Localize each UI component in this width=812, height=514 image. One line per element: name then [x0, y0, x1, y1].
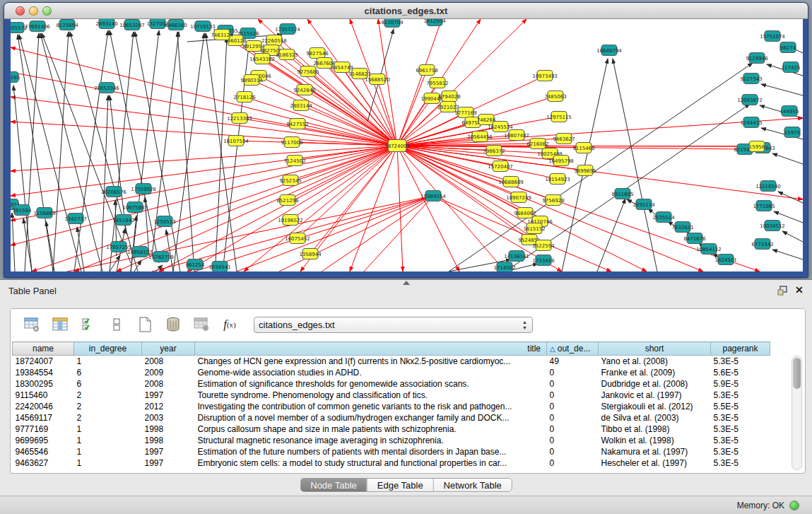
table-cell: 5.3E-5: [711, 446, 770, 457]
table-panel: Table Panel ✕: [0, 279, 812, 514]
column-visibility-icon[interactable]: [52, 316, 69, 333]
table-row[interactable]: 946554611997Estimation of the future num…: [13, 446, 770, 457]
svg-text:10719133: 10719133: [190, 24, 216, 30]
svg-text:8186323: 8186323: [276, 52, 298, 58]
svg-text:17357224: 17357224: [275, 27, 300, 33]
svg-text:9699695: 9699695: [574, 168, 596, 174]
svg-text:12093872: 12093872: [737, 98, 763, 103]
svg-text:22260558: 22260558: [261, 38, 287, 44]
table-scrollbar[interactable]: [792, 356, 802, 470]
column-header-out_de[interactable]: △out_de...: [547, 342, 599, 356]
svg-text:7485063: 7485063: [544, 94, 566, 100]
column-header-name[interactable]: name: [13, 342, 74, 356]
table-cell: Estimation of significance thresholds fo…: [195, 378, 547, 390]
network-canvas[interactable]: 1905572276914068125694269314010653287132…: [11, 19, 803, 271]
tab-edge-table[interactable]: Edge Table: [367, 479, 433, 491]
column-header-year[interactable]: year: [142, 342, 195, 356]
table-row[interactable]: 946362711997Embryonic stem cells: a mode…: [13, 457, 770, 469]
status-bar: Memory: OK: [0, 496, 812, 514]
table-cell: 1: [74, 457, 142, 469]
column-header-in_degree[interactable]: in_degree: [74, 342, 142, 356]
table-selector-dropdown[interactable]: citations_edges.txt ▲▼: [254, 317, 533, 333]
column-select-icon[interactable]: [80, 316, 97, 333]
svg-text:16107554: 16107554: [223, 139, 249, 144]
table-cell: 18300295: [13, 378, 74, 390]
svg-text:1358944: 1358944: [299, 252, 322, 257]
dropdown-arrows-icon: ▲▼: [522, 320, 527, 331]
table-scrollbar-thumb[interactable]: [793, 358, 801, 389]
table-cell: Wolkin et al. (1998): [599, 435, 711, 446]
table-cell: 0: [547, 390, 599, 401]
table-row[interactable]: 1938455462009Genome-wide association stu…: [13, 367, 770, 378]
function-builder-icon[interactable]: f(x): [221, 316, 238, 333]
table-cell: Corpus callosum shape and size in male p…: [195, 424, 547, 435]
svg-text:15688520: 15688520: [365, 77, 390, 83]
svg-text:10653287: 10653287: [119, 23, 145, 28]
table-cell: 0: [547, 457, 599, 469]
tab-node-table[interactable]: Node Table: [300, 479, 367, 491]
svg-text:10807487: 10807487: [504, 133, 529, 139]
svg-text:1733426: 1733426: [532, 258, 555, 264]
column-header-short[interactable]: short: [599, 342, 711, 356]
delete-column-icon[interactable]: [165, 316, 182, 333]
svg-text:9827546: 9827546: [306, 51, 329, 57]
table-cell: Investigating the contribution of common…: [195, 401, 547, 412]
table-row[interactable]: 977716911998Corpus callosum shape and si…: [13, 424, 770, 435]
panel-resize-grip-icon[interactable]: [403, 281, 410, 285]
float-panel-icon[interactable]: [777, 286, 788, 296]
window-titlebar[interactable]: citations_edges.txt: [4, 3, 808, 19]
svg-text:12210540: 12210540: [755, 184, 781, 189]
table-cell: 0: [547, 367, 599, 378]
table-row[interactable]: 1456911722003Disruption of a novel membe…: [13, 412, 770, 424]
new-column-icon[interactable]: [136, 316, 153, 333]
svg-text:16782759: 16782759: [148, 255, 174, 260]
svg-text:1615152: 1615152: [523, 226, 545, 232]
svg-text:1250513: 1250513: [153, 219, 175, 225]
close-panel-icon[interactable]: ✕: [795, 284, 804, 296]
svg-text:19384554: 19384554: [420, 194, 446, 199]
table-cell: Stergiakouli et al. (2012): [599, 401, 711, 412]
svg-text:8471676: 8471676: [683, 236, 706, 242]
svg-text:9756928: 9756928: [542, 198, 564, 204]
table-row[interactable]: 911546021997Tourette syndrome. Phenomeno…: [13, 390, 770, 401]
table-cell: Estimation of the future numbers of pati…: [195, 446, 547, 457]
svg-text:10973493: 10973493: [532, 74, 558, 79]
table-row[interactable]: 2242004622012Investigating the contribut…: [13, 401, 770, 412]
svg-text:8911605: 8911605: [611, 192, 633, 197]
table-cell: 0: [547, 401, 599, 412]
table-cell: Tourette syndrome. Phenomenology and cla…: [195, 390, 547, 401]
column-header-title[interactable]: title: [195, 342, 547, 356]
svg-text:144955: 144955: [780, 109, 799, 115]
svg-text:18724007: 18724007: [384, 144, 410, 149]
table-toolbar: f(x) citations_edges.txt ▲▼: [11, 309, 805, 340]
svg-text:8125694: 8125694: [56, 23, 78, 28]
svg-text:391594: 391594: [13, 208, 32, 214]
svg-text:12975115: 12975115: [546, 115, 572, 120]
table-row[interactable]: 1872400712008Changes of HCN gene express…: [13, 356, 770, 367]
table-cell: 1: [74, 356, 142, 367]
table-cell: 1997: [142, 446, 195, 457]
table-cell: Genome-wide association studies in ADHD.: [195, 367, 547, 378]
svg-text:7986372: 7986372: [483, 148, 505, 154]
zoom-window-button[interactable]: [42, 6, 52, 16]
table-cell: 0: [547, 435, 599, 446]
column-header-pagerank[interactable]: pagerank: [711, 342, 770, 356]
row-mode-icon[interactable]: [108, 316, 125, 333]
table-row[interactable]: 969969511998Structural magnetic resonanc…: [13, 435, 770, 446]
close-window-button[interactable]: [16, 6, 25, 16]
table-cell: 19384554: [13, 367, 74, 378]
table-mode-icon[interactable]: [23, 316, 40, 333]
svg-text:1921027: 1921027: [437, 105, 459, 110]
svg-text:9242846: 9242846: [293, 88, 316, 93]
table-row[interactable]: 1830029562008Estimation of significance …: [13, 378, 770, 390]
svg-text:1771065: 1771065: [753, 204, 775, 209]
table-cell: 5.9E-5: [711, 378, 770, 390]
table-cell: Hescheler et al. (1997): [599, 457, 711, 469]
table-cell: Nakamura et al. (1997): [599, 446, 711, 457]
table-cell: 5.3E-5: [711, 457, 770, 469]
minimize-window-button[interactable]: [29, 6, 38, 16]
tab-network-table[interactable]: Network Table: [433, 479, 512, 491]
svg-text:12213383: 12213383: [227, 116, 252, 122]
window-title: citations_edges.txt: [4, 3, 808, 19]
delete-table-icon[interactable]: [193, 316, 210, 333]
